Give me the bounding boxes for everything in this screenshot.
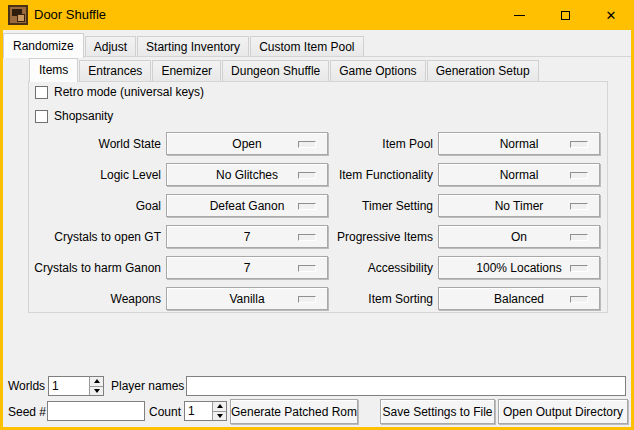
dropdown-progressive-items[interactable]: On <box>438 225 600 248</box>
crystals-open-gt-label: Crystals to open GT <box>31 230 161 244</box>
goal-label: Goal <box>31 199 161 213</box>
dropdown-item-sorting[interactable]: Balanced <box>438 287 600 310</box>
worlds-spin-down-button[interactable] <box>90 386 103 396</box>
dropdown-indicator-icon <box>298 172 316 179</box>
open-output-directory-button[interactable]: Open Output Directory <box>498 399 628 424</box>
dropdown-indicator-icon <box>570 172 588 179</box>
retro-mode-checkbox-row[interactable]: Retro mode (universal keys) <box>35 85 204 99</box>
dropdown-indicator-icon <box>570 141 588 148</box>
worlds-input[interactable] <box>49 377 89 395</box>
accessibility-label: Accessibility <box>333 261 433 275</box>
world-state-label: World State <box>31 137 161 151</box>
tab-generation-setup[interactable]: Generation Setup <box>427 60 539 81</box>
maximize-icon <box>561 11 570 20</box>
window-content: Randomize Adjust Starting Inventory Cust… <box>3 30 631 427</box>
seed-label: Seed # <box>8 405 46 419</box>
count-label: Count <box>149 405 181 419</box>
count-spin-down-button[interactable] <box>213 411 226 421</box>
item-pool-label: Item Pool <box>333 137 433 151</box>
items-pane: Retro mode (universal keys) Shopsanity W… <box>28 81 608 313</box>
tab-game-options[interactable]: Game Options <box>330 60 425 81</box>
arrow-up-icon <box>94 379 100 383</box>
crystals-harm-ganon-label: Crystals to harm Ganon <box>31 261 161 275</box>
dropdown-indicator-icon <box>298 265 316 272</box>
generate-patched-rom-button[interactable]: Generate Patched Rom <box>230 399 358 424</box>
dropdown-indicator-icon <box>570 296 588 303</box>
item-functionality-label: Item Functionality <box>333 168 433 182</box>
count-spin-up-button[interactable] <box>213 402 226 411</box>
options-column-right: Item Pool Normal Item Functionality Norm… <box>333 128 600 314</box>
dropdown-value: Normal <box>500 168 539 182</box>
timer-setting-label: Timer Setting <box>333 199 433 213</box>
tab-custom-item-pool[interactable]: Custom Item Pool <box>250 36 363 57</box>
dropdown-value: Vanilla <box>229 292 264 306</box>
arrow-down-icon <box>94 389 100 393</box>
progressive-items-label: Progressive Items <box>333 230 433 244</box>
worlds-spin-up-button[interactable] <box>90 377 103 386</box>
dropdown-crystals-open-gt[interactable]: 7 <box>166 225 328 248</box>
dropdown-goal[interactable]: Defeat Ganon <box>166 194 328 217</box>
dropdown-logic-level[interactable]: No Glitches <box>166 163 328 186</box>
count-spinbox[interactable] <box>184 401 227 421</box>
dropdown-value: Defeat Ganon <box>210 199 285 213</box>
tab-dungeon-shuffle[interactable]: Dungeon Shuffle <box>222 60 329 81</box>
save-settings-button[interactable]: Save Settings to File <box>380 399 495 424</box>
minimize-button[interactable] <box>496 0 542 30</box>
player-names-label: Player names <box>111 379 184 393</box>
dropdown-timer-setting[interactable]: No Timer <box>438 194 600 217</box>
main-tab-bar: Randomize Adjust Starting Inventory Cust… <box>3 32 365 57</box>
player-names-input[interactable] <box>186 376 626 396</box>
dropdown-indicator-icon <box>298 203 316 210</box>
dropdown-value: 7 <box>244 230 251 244</box>
options-column-left: World State Open Logic Level No Glitches… <box>31 128 328 314</box>
tab-entrances[interactable]: Entrances <box>79 60 151 81</box>
dropdown-value: 100% Locations <box>476 261 561 275</box>
dropdown-indicator-icon <box>570 265 588 272</box>
window-title: Door Shuffle <box>34 0 106 30</box>
dropdown-world-state[interactable]: Open <box>166 132 328 155</box>
close-button[interactable]: ✕ <box>588 0 634 30</box>
tab-starting-inventory[interactable]: Starting Inventory <box>137 36 249 57</box>
close-icon: ✕ <box>606 9 617 22</box>
dropdown-value: 7 <box>244 261 251 275</box>
tab-items[interactable]: Items <box>29 58 78 82</box>
retro-mode-label: Retro mode (universal keys) <box>54 85 204 99</box>
dropdown-value: Open <box>232 137 261 151</box>
arrow-down-icon <box>217 414 223 418</box>
dropdown-weapons[interactable]: Vanilla <box>166 287 328 310</box>
minimize-icon <box>514 15 525 16</box>
sub-tab-bar: Items Entrances Enemizer Dungeon Shuffle… <box>29 57 540 81</box>
dropdown-crystals-harm-ganon[interactable]: 7 <box>166 256 328 279</box>
shopsanity-checkbox-row[interactable]: Shopsanity <box>35 109 113 123</box>
dropdown-value: Balanced <box>494 292 544 306</box>
app-window: Door Shuffle ✕ Randomize Adjust Starting… <box>0 0 634 430</box>
door-icon <box>8 5 28 25</box>
retro-mode-checkbox[interactable] <box>35 86 48 99</box>
dropdown-indicator-icon <box>298 234 316 241</box>
item-sorting-label: Item Sorting <box>333 292 433 306</box>
dropdown-indicator-icon <box>298 296 316 303</box>
dropdown-item-pool[interactable]: Normal <box>438 132 600 155</box>
dropdown-value: Normal <box>500 137 539 151</box>
logic-level-label: Logic Level <box>31 168 161 182</box>
shopsanity-label: Shopsanity <box>54 109 113 123</box>
worlds-spinbox[interactable] <box>48 376 104 396</box>
shopsanity-checkbox[interactable] <box>35 110 48 123</box>
tab-adjust[interactable]: Adjust <box>85 36 136 57</box>
title-bar[interactable]: Door Shuffle ✕ <box>0 0 634 30</box>
dropdown-indicator-icon <box>298 141 316 148</box>
dropdown-indicator-icon <box>570 203 588 210</box>
seed-input[interactable] <box>47 401 145 421</box>
dropdown-value: On <box>511 230 527 244</box>
dropdown-indicator-icon <box>570 234 588 241</box>
dropdown-item-functionality[interactable]: Normal <box>438 163 600 186</box>
dropdown-accessibility[interactable]: 100% Locations <box>438 256 600 279</box>
weapons-label: Weapons <box>31 292 161 306</box>
count-input[interactable] <box>185 402 212 420</box>
main-pane-border <box>3 56 631 57</box>
maximize-button[interactable] <box>542 0 588 30</box>
tab-enemizer[interactable]: Enemizer <box>152 60 221 81</box>
dropdown-value: No Timer <box>495 199 544 213</box>
tab-randomize[interactable]: Randomize <box>3 33 84 58</box>
worlds-label: Worlds <box>8 379 45 393</box>
